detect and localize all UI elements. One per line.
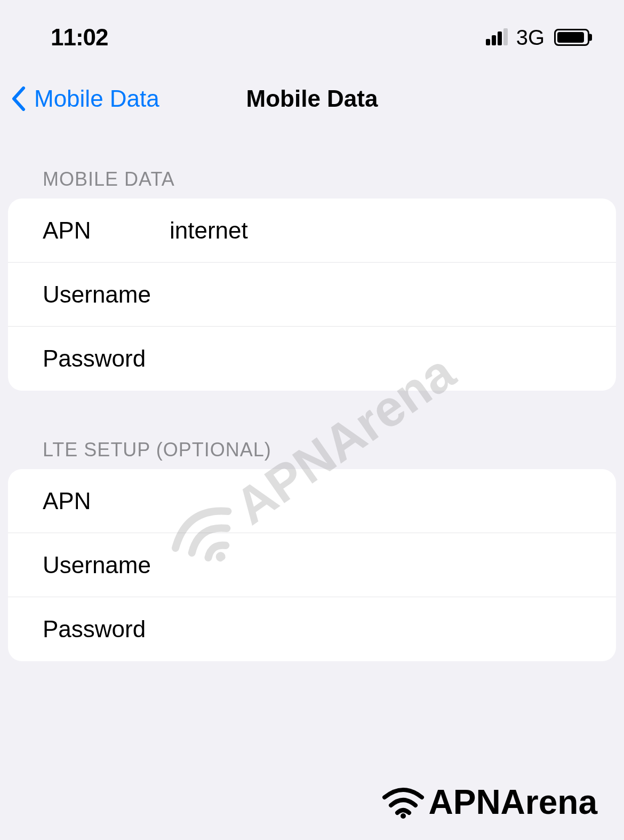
back-label: Mobile Data — [34, 85, 159, 112]
row-mobile-data-username[interactable]: Username — [8, 263, 616, 327]
row-mobile-data-password[interactable]: Password — [8, 327, 616, 391]
input-lte-apn[interactable] — [170, 469, 595, 533]
label-username: Username — [43, 281, 170, 308]
row-lte-username[interactable]: Username — [8, 533, 616, 597]
section-header-lte-setup: LTE SETUP (OPTIONAL) — [8, 439, 616, 469]
chevron-left-icon — [11, 86, 27, 111]
content: MOBILE DATA APN Username Password LTE SE… — [0, 125, 624, 661]
input-password[interactable] — [170, 327, 595, 391]
input-username[interactable] — [170, 263, 595, 326]
back-button[interactable]: Mobile Data — [11, 85, 159, 112]
row-lte-password[interactable]: Password — [8, 597, 616, 661]
status-time: 11:02 — [51, 24, 108, 51]
cellular-signal-icon — [486, 29, 508, 45]
input-apn[interactable] — [170, 199, 595, 262]
input-lte-password[interactable] — [170, 597, 595, 661]
svg-point-1 — [401, 813, 406, 819]
input-lte-username[interactable] — [170, 533, 595, 597]
row-lte-apn[interactable]: APN — [8, 469, 616, 533]
status-bar: 11:02 3G — [0, 0, 624, 67]
navigation-bar: Mobile Data Mobile Data — [0, 67, 624, 125]
page-title: Mobile Data — [246, 85, 378, 112]
label-apn: APN — [43, 217, 170, 244]
label-lte-password: Password — [43, 616, 170, 643]
wifi-icon — [381, 786, 425, 819]
label-password: Password — [43, 345, 170, 372]
row-mobile-data-apn[interactable]: APN — [8, 199, 616, 263]
section-group-lte-setup: APN Username Password — [8, 469, 616, 661]
label-lte-apn: APN — [43, 488, 170, 514]
section-group-mobile-data: APN Username Password — [8, 199, 616, 391]
watermark-bottom: APNArena — [381, 782, 597, 822]
watermark-text: APNArena — [428, 782, 597, 822]
battery-icon — [554, 29, 589, 46]
label-lte-username: Username — [43, 552, 170, 579]
network-type-label: 3G — [516, 26, 545, 50]
section-header-mobile-data: MOBILE DATA — [8, 168, 616, 199]
status-right: 3G — [486, 26, 589, 50]
